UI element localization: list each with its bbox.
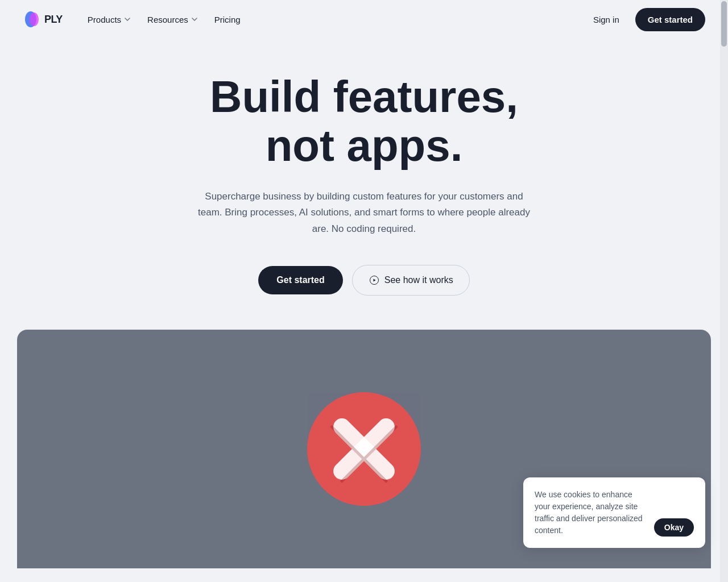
scrollbar-thumb[interactable] [721, 1, 727, 47]
cookie-banner: We use cookies to enhance your experienc… [523, 477, 705, 548]
chevron-down-icon [123, 15, 131, 23]
cookie-okay-button[interactable]: Okay [654, 518, 694, 537]
nav-links: Products Resources Pricing [81, 10, 586, 29]
get-started-button-hero[interactable]: Get started [258, 266, 342, 294]
hero-section: Build features, not apps. Supercharge bu… [0, 39, 728, 330]
hero-title: Build features, not apps. [210, 73, 518, 171]
logo-icon [23, 10, 41, 28]
hero-buttons: Get started See how it works [258, 265, 469, 296]
svg-point-1 [30, 13, 39, 26]
navbar: PLY Products Resources Pricing Sign in G… [0, 0, 728, 39]
nav-right: Sign in Get started [586, 8, 705, 31]
cookie-message: We use cookies to enhance your experienc… [535, 489, 645, 537]
sign-in-button[interactable]: Sign in [586, 10, 626, 29]
video-placeholder-icon [307, 392, 421, 506]
nav-pricing[interactable]: Pricing [208, 10, 247, 29]
nav-products[interactable]: Products [81, 10, 138, 29]
get-started-button-nav[interactable]: Get started [635, 8, 705, 31]
hero-subtitle: Supercharge business by building custom … [193, 189, 535, 238]
chevron-down-icon-resources [191, 15, 198, 23]
logo[interactable]: PLY [23, 10, 63, 28]
play-icon [369, 275, 380, 286]
see-how-button[interactable]: See how it works [352, 265, 470, 296]
logo-text: PLY [44, 14, 63, 26]
scrollbar[interactable] [720, 0, 728, 582]
nav-resources[interactable]: Resources [140, 10, 205, 29]
